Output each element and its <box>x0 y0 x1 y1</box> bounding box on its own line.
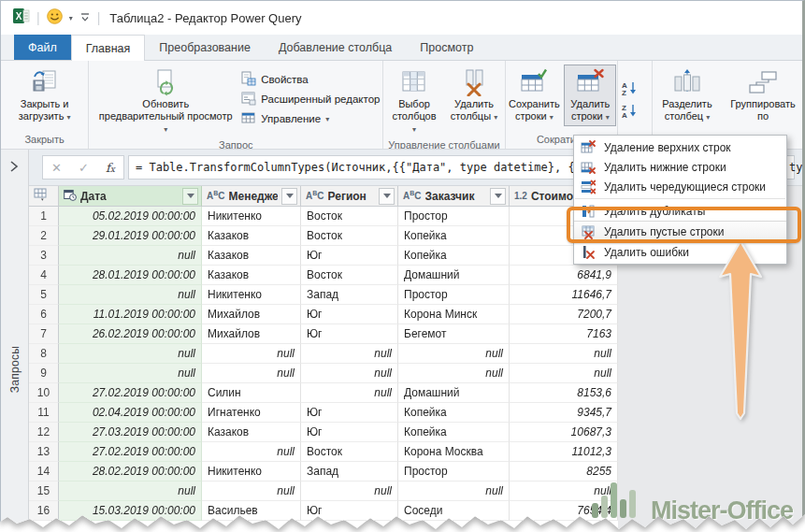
cell[interactable]: Копейка <box>398 226 510 246</box>
cell[interactable]: 11646,7 <box>510 285 618 305</box>
chevron-down-icon[interactable]: ▾ <box>69 14 73 22</box>
column-header-region[interactable]: ABCРегион <box>301 186 398 207</box>
cell[interactable]: 05.02.2019 00:00:00 <box>59 207 202 226</box>
cell[interactable]: Казаков <box>202 266 301 285</box>
row-number[interactable]: 1 <box>29 207 59 226</box>
row-number[interactable]: 5 <box>29 285 59 305</box>
row-number[interactable]: 14 <box>29 462 59 482</box>
cell[interactable]: Восток <box>301 226 398 246</box>
properties-button[interactable]: Свойства <box>238 70 311 89</box>
cell[interactable]: null <box>510 344 618 364</box>
column-filter-button[interactable] <box>379 188 395 205</box>
manage-button[interactable]: Управление ▾ <box>238 109 332 128</box>
cell[interactable]: Силин <box>202 383 301 403</box>
cell[interactable]: 9345,7 <box>510 403 618 423</box>
cell[interactable]: null <box>59 482 202 501</box>
cell[interactable]: null <box>301 482 398 501</box>
cell[interactable]: Михайлов <box>202 324 301 344</box>
row-number[interactable]: 7 <box>29 324 59 344</box>
cell[interactable]: Михайлов <box>202 305 301 324</box>
cell[interactable]: Юг <box>301 324 398 344</box>
cell[interactable]: Васильев <box>202 501 301 521</box>
cell[interactable]: Восток <box>301 207 398 226</box>
cell[interactable]: 11.01.2019 00:00:00 <box>59 305 202 324</box>
column-header-customer[interactable]: ABCЗаказчик <box>398 186 510 207</box>
remove-columns-button[interactable]: Удалить столбцы ▾ <box>445 65 503 126</box>
row-number[interactable]: 10 <box>29 383 59 403</box>
sort-ascending-button[interactable]: AZ <box>618 79 642 99</box>
row-number[interactable]: 3 <box>29 246 59 266</box>
cell[interactable]: 6841,9 <box>510 266 618 285</box>
row-number[interactable]: 2 <box>29 226 59 246</box>
row-number[interactable]: 15 <box>29 482 59 501</box>
row-number[interactable]: 9 <box>29 364 59 383</box>
cell[interactable]: null <box>301 383 398 403</box>
cell[interactable]: Восток <box>301 442 398 462</box>
cell[interactable]: 27.02.2019 00:00:00 <box>59 442 202 462</box>
cell[interactable]: null <box>59 364 202 383</box>
cell[interactable]: 15.03.2019 00:00:00 <box>59 501 202 521</box>
split-column-button[interactable]: Разделить столбец ▾ <box>653 65 722 126</box>
cell[interactable]: Копейка <box>398 246 510 266</box>
menu-item-remove-bottom-rows[interactable]: Удалить нижние строки <box>574 157 786 177</box>
row-number[interactable]: 4 <box>29 266 59 285</box>
cell[interactable]: Корона Минск <box>398 305 510 324</box>
cell[interactable]: Юг <box>301 403 398 423</box>
group-by-button[interactable]: Группировать по <box>724 65 802 125</box>
cell[interactable]: Корона Москва <box>398 442 510 462</box>
tab-transform[interactable]: Преобразование <box>145 35 265 60</box>
cell[interactable]: 10687,3 <box>510 423 618 442</box>
cell[interactable]: 27.03.2019 00:00:00 <box>59 423 202 442</box>
cell[interactable]: null <box>301 344 398 364</box>
cell[interactable]: null <box>510 364 618 383</box>
cell[interactable]: Простор <box>398 462 510 482</box>
close-and-load-button[interactable]: Закрыть и загрузить ▾ <box>5 65 85 126</box>
tab-add-column[interactable]: Добавление столбца <box>265 35 406 60</box>
smiley-feedback-icon[interactable] <box>47 8 63 28</box>
cell[interactable]: 27.02.2019 00:00:00 <box>59 383 202 403</box>
keep-rows-button[interactable]: Сохранить строки ▾ <box>506 65 562 126</box>
row-number[interactable]: 16 <box>29 501 59 521</box>
queries-pane-label[interactable]: Запросы <box>8 346 22 394</box>
cell[interactable]: 7163 <box>510 324 618 344</box>
cell[interactable]: Никитенко <box>202 207 301 226</box>
cell[interactable]: null <box>202 344 301 364</box>
cell[interactable]: Домашний <box>398 266 510 285</box>
cell[interactable]: Соседи <box>398 501 510 521</box>
cell[interactable]: null <box>59 246 202 266</box>
cell[interactable]: Запад <box>301 285 398 305</box>
cell[interactable]: Домашний <box>398 383 510 403</box>
cell[interactable]: 8153,6 <box>510 383 618 403</box>
expand-queries-chevron-icon[interactable] <box>9 160 19 177</box>
cell[interactable]: Никитенко <box>202 462 301 482</box>
cell[interactable]: null <box>398 482 510 501</box>
cell[interactable]: Юг <box>301 501 398 521</box>
remove-rows-button[interactable]: Удалить строки ▾ <box>564 65 616 126</box>
cell[interactable]: Восток <box>301 266 398 285</box>
cell[interactable]: Бегемот <box>398 324 510 344</box>
cell[interactable]: 29.01.2019 00:00:00 <box>59 226 202 246</box>
cell[interactable]: 02.04.2019 00:00:00 <box>59 403 202 423</box>
sort-descending-button[interactable]: ZA <box>618 102 642 122</box>
cell[interactable]: 28.01.2019 00:00:00 <box>59 266 202 285</box>
cell[interactable]: 7200,7 <box>510 305 618 324</box>
cell[interactable]: null <box>202 442 301 462</box>
cell[interactable]: Простор <box>398 207 510 226</box>
cell[interactable]: 28.02.2019 00:00:00 <box>59 462 202 482</box>
cell[interactable]: null <box>301 364 398 383</box>
row-number[interactable]: 13 <box>29 442 59 462</box>
cell[interactable]: 26.02.2019 00:00:00 <box>59 324 202 344</box>
row-number[interactable]: 11 <box>29 403 59 423</box>
tab-view[interactable]: Просмотр <box>406 35 487 60</box>
cell[interactable]: null <box>202 482 301 501</box>
cell[interactable]: Запад <box>301 462 398 482</box>
row-number[interactable]: 8 <box>29 344 59 364</box>
cell[interactable]: Казаков <box>202 423 301 442</box>
quick-access-toolbar-icon[interactable] <box>79 9 91 26</box>
cell[interactable]: Юг <box>301 423 398 442</box>
cell[interactable]: Копейка <box>398 423 510 442</box>
column-header-date[interactable]: Дата <box>59 186 202 207</box>
cell[interactable]: Казаков <box>202 246 301 266</box>
confirm-formula-icon[interactable]: ✓ <box>79 161 89 175</box>
row-number[interactable]: 12 <box>29 423 59 442</box>
